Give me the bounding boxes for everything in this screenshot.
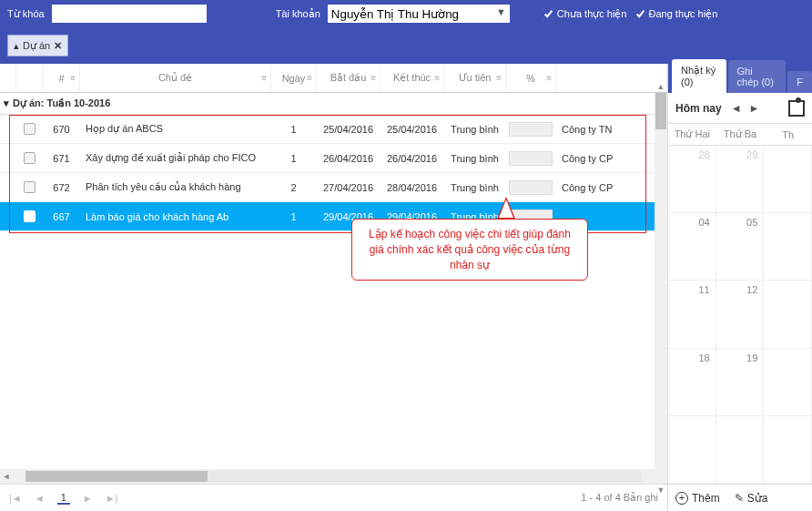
col-days[interactable]: Ngày≡ bbox=[271, 64, 317, 92]
right-panel: Nhật ký (0) Ghi chép (0) F Hôm nay ◄ ► T… bbox=[668, 64, 812, 511]
pager-current-page[interactable]: 1 bbox=[57, 492, 70, 505]
pager-summary: 1 - 4 of 4 Bản ghi bbox=[581, 492, 658, 504]
keyword-label: Từ khóa bbox=[7, 8, 45, 20]
scroll-thumb[interactable] bbox=[25, 471, 208, 482]
calendar-cell[interactable]: 11 bbox=[668, 281, 716, 347]
table-row[interactable]: 670Họp dự án ABCS125/04/201625/04/2016Tr… bbox=[0, 115, 667, 144]
account-select[interactable] bbox=[328, 5, 510, 23]
group-row-label: Dự án: Tuần 10-2016 bbox=[13, 97, 110, 109]
pager-last-icon[interactable]: ►| bbox=[106, 493, 118, 504]
edit-button-label: Sửa bbox=[747, 492, 768, 505]
plus-icon: + bbox=[675, 492, 688, 505]
col-id[interactable]: #≡ bbox=[44, 64, 80, 92]
scroll-down-icon[interactable]: ▼ bbox=[655, 484, 667, 496]
annotation-callout: Lập kế hoạch công việc chi tiết giúp đán… bbox=[351, 219, 588, 281]
calendar-cell[interactable]: 04 bbox=[668, 213, 716, 280]
chevron-down-icon: ▾ bbox=[4, 97, 9, 109]
calendar-cell[interactable] bbox=[764, 281, 812, 347]
row-checkbox[interactable] bbox=[24, 123, 36, 135]
col-percent[interactable]: %≡ bbox=[506, 64, 556, 92]
filter-icon[interactable]: ≡ bbox=[434, 73, 440, 83]
pencil-icon: ✎ bbox=[735, 492, 744, 505]
grid-header-row: #≡ Chủ đề≡ Ngày≡ Bắt đầu≡ Kết thúc≡ Ưu t… bbox=[0, 64, 667, 93]
filter-doing[interactable]: Đang thực hiện bbox=[634, 8, 718, 20]
pager-next-icon[interactable]: ► bbox=[83, 493, 93, 504]
col-company bbox=[556, 64, 667, 92]
calendar-cell[interactable]: 12 bbox=[716, 281, 765, 347]
col-subject[interactable]: Chủ đề≡ bbox=[80, 64, 271, 92]
percent-cell[interactable] bbox=[509, 122, 553, 137]
right-panel-actions: + Thêm ✎ Sửa bbox=[668, 484, 812, 511]
calendar-icon[interactable] bbox=[788, 100, 805, 117]
calendar-day-header: Th bbox=[764, 124, 812, 145]
calendar-cell[interactable] bbox=[764, 416, 812, 483]
calendar-cell[interactable]: 28 bbox=[668, 146, 716, 212]
col-start[interactable]: Bắt đầu≡ bbox=[317, 64, 381, 92]
col-checkbox bbox=[16, 64, 44, 92]
filter-icon[interactable]: ≡ bbox=[307, 73, 312, 83]
filter-doing-label: Đang thực hiện bbox=[649, 8, 718, 20]
tab-third[interactable]: F bbox=[787, 71, 812, 93]
pager-first-icon[interactable]: |◄ bbox=[9, 493, 22, 504]
calendar-prev-icon[interactable]: ◄ bbox=[731, 102, 742, 115]
calendar-cell[interactable]: 19 bbox=[716, 349, 765, 415]
checkbox-not-done[interactable] bbox=[543, 8, 554, 20]
col-end[interactable]: Kết thúc≡ bbox=[381, 64, 444, 92]
calendar-cell[interactable]: 05 bbox=[716, 213, 765, 280]
filter-icon[interactable]: ≡ bbox=[261, 73, 267, 83]
account-label: Tài khoản bbox=[276, 8, 320, 20]
group-chip-label: Dự án bbox=[23, 40, 50, 52]
percent-cell[interactable] bbox=[509, 151, 553, 166]
calendar-cell[interactable] bbox=[668, 416, 716, 483]
calendar-day-header: Thứ Ba bbox=[716, 124, 765, 145]
annotation-callout-text: Lập kế hoạch công việc chi tiết giúp đán… bbox=[351, 219, 588, 281]
add-button[interactable]: + Thêm bbox=[675, 492, 720, 505]
edit-button[interactable]: ✎ Sửa bbox=[735, 492, 768, 505]
pager-bar: |◄ ◄ 1 ► ►| 1 - 4 of 4 Bản ghi bbox=[0, 484, 667, 511]
right-tabs: Nhật ký (0) Ghi chép (0) F bbox=[668, 64, 812, 93]
calendar-cell[interactable]: 18 bbox=[668, 349, 716, 415]
grouping-bar: ▴ Dự án ✕ bbox=[0, 27, 812, 64]
group-row-project[interactable]: ▾ Dự án: Tuần 10-2016 bbox=[0, 93, 667, 115]
filter-icon[interactable]: ≡ bbox=[370, 73, 376, 83]
calendar-cell[interactable] bbox=[764, 146, 812, 212]
tab-notes[interactable]: Ghi chép (0) bbox=[728, 60, 787, 93]
table-row[interactable]: 671Xây dựng đề xuất giải pháp cho FICO12… bbox=[0, 144, 667, 173]
calendar-cell[interactable]: 29 bbox=[716, 146, 765, 212]
add-button-label: Thêm bbox=[692, 492, 720, 505]
calendar-header: Hôm nay ◄ ► bbox=[668, 93, 812, 124]
row-checkbox[interactable] bbox=[24, 181, 36, 193]
chevron-up-icon: ▴ bbox=[14, 40, 19, 52]
calendar-cell[interactable] bbox=[716, 416, 765, 483]
filter-icon[interactable]: ≡ bbox=[546, 73, 552, 83]
filter-not-done[interactable]: Chưa thực hiện bbox=[543, 8, 627, 20]
calendar-cell[interactable] bbox=[764, 213, 812, 280]
calendar-cell[interactable] bbox=[764, 349, 812, 415]
vertical-scrollbar[interactable]: ▲ ▼ bbox=[655, 93, 667, 484]
horizontal-scrollbar[interactable]: ◄ ► bbox=[0, 469, 667, 484]
keyword-input[interactable] bbox=[52, 5, 207, 23]
calendar-day-headers: Thứ HaiThứ BaTh bbox=[668, 124, 812, 146]
pager-prev-icon[interactable]: ◄ bbox=[35, 493, 45, 504]
calendar-grid: 2829040511121819 bbox=[668, 146, 812, 484]
close-icon[interactable]: ✕ bbox=[54, 40, 62, 52]
filter-icon[interactable]: ≡ bbox=[496, 73, 502, 83]
scroll-thumb[interactable] bbox=[655, 93, 666, 129]
group-by-project-chip[interactable]: ▴ Dự án ✕ bbox=[7, 35, 68, 56]
filter-not-done-label: Chưa thực hiện bbox=[557, 8, 627, 20]
top-filter-bar: Từ khóa Tài khoản ▼ Chưa thực hiện Đang … bbox=[0, 0, 812, 27]
scroll-up-icon[interactable]: ▲ bbox=[655, 80, 667, 93]
row-checkbox[interactable] bbox=[24, 210, 36, 222]
grid-body: 670Họp dự án ABCS125/04/201625/04/2016Tr… bbox=[0, 115, 667, 231]
today-button[interactable]: Hôm nay bbox=[675, 102, 722, 115]
percent-cell[interactable] bbox=[509, 180, 553, 195]
calendar-next-icon[interactable]: ► bbox=[749, 102, 760, 115]
table-row[interactable]: 672Phân tích yêu cầu của khách hàng227/0… bbox=[0, 173, 667, 202]
row-checkbox[interactable] bbox=[24, 152, 36, 164]
col-priority[interactable]: Ưu tiên≡ bbox=[444, 64, 506, 92]
checkbox-doing[interactable] bbox=[634, 8, 646, 20]
scroll-left-icon[interactable]: ◄ bbox=[0, 472, 13, 481]
filter-icon[interactable]: ≡ bbox=[70, 73, 76, 83]
task-grid-panel: #≡ Chủ đề≡ Ngày≡ Bắt đầu≡ Kết thúc≡ Ưu t… bbox=[0, 64, 668, 511]
tab-diary[interactable]: Nhật ký (0) bbox=[672, 59, 726, 93]
